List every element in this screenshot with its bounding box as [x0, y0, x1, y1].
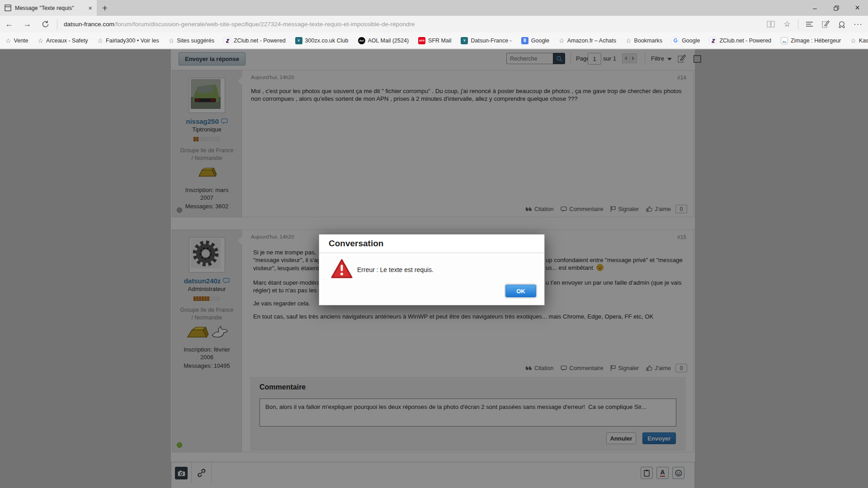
favorite-sites-suggeres[interactable]: ☆Sites suggérés — [169, 38, 214, 44]
favorite-label: Google — [531, 38, 549, 44]
window-close-button[interactable]: × — [847, 0, 868, 16]
favorites-bar: ☆Vente ☆Arceaux - Safety ☆Fairlady300 • … — [0, 33, 868, 49]
zimage-icon — [781, 37, 788, 44]
web-note-button[interactable] — [817, 18, 834, 31]
tab-bar: Message "Texte requis" × + – × — [0, 0, 868, 16]
tab-title: Message "Texte requis" — [15, 5, 85, 11]
star-icon: ☆ — [5, 38, 11, 44]
back-button[interactable]: ← — [0, 18, 18, 31]
favorite-vente[interactable]: ☆Vente — [5, 38, 28, 44]
favorite-arceaux[interactable]: ☆Arceaux - Safety — [38, 38, 88, 44]
reading-view-icon — [767, 21, 775, 28]
favorite-label: Kastanienhof - — [859, 38, 868, 44]
refresh-icon — [42, 20, 49, 28]
window-minimize-button[interactable]: – — [804, 0, 826, 16]
hub-icon — [806, 21, 813, 27]
star-icon: ☆ — [559, 38, 565, 44]
dialog-title: Conversation — [319, 235, 544, 253]
favorite-label: ZClub.net - Powered — [719, 38, 771, 44]
favorite-label: Datsun-France - — [471, 38, 511, 44]
favorite-datsun-france[interactable]: VDatsun-France - — [461, 37, 511, 44]
web-page-viewport: Envoyer la réponse Page sur 1 Filtre — [0, 49, 868, 488]
error-warning-icon — [331, 259, 353, 281]
window-restore-button[interactable] — [826, 0, 847, 16]
favorite-zclub-1[interactable]: ZZClub.net - Powered — [224, 37, 286, 44]
star-icon: ☆ — [169, 38, 175, 44]
favorite-label: SFR Mail — [428, 38, 451, 44]
favorite-star-button[interactable]: ☆ — [779, 18, 795, 31]
favorite-zclub-2[interactable]: ZZClub.net - Powered — [709, 37, 771, 44]
favorite-label: ZClub.net - Powered — [234, 38, 286, 44]
forward-button[interactable]: → — [18, 18, 36, 31]
conversation-dialog: Conversation Erreur : Le texte est requi… — [319, 234, 545, 305]
address-bar: ← → datsun-france.com/forum/forum/discus… — [0, 16, 868, 33]
google-icon: 8 — [521, 37, 528, 44]
browser-window: Message "Texte requis" × + – × ← → datsu… — [0, 0, 868, 488]
favorite-fairlady[interactable]: ☆Fairlady300 • Voir les — [98, 38, 159, 44]
favorite-zimage[interactable]: Zimage : Hébergeur — [781, 37, 841, 44]
star-icon: ☆ — [98, 38, 104, 44]
page-favicon-icon — [5, 5, 11, 11]
favorite-label: Bookmarks — [634, 38, 663, 44]
favorite-sfr-mail[interactable]: SFRSFR Mail — [418, 37, 451, 44]
share-button[interactable] — [834, 18, 850, 31]
web-note-icon — [822, 20, 830, 28]
new-tab-button[interactable]: + — [97, 0, 113, 16]
reading-view-button[interactable] — [763, 18, 779, 31]
browser-tab[interactable]: Message "Texte requis" × — [0, 0, 97, 16]
star-icon: ☆ — [626, 38, 632, 44]
favorite-google-g[interactable]: GGoogle — [672, 37, 700, 44]
ok-button[interactable]: OK — [505, 285, 536, 297]
zclub-icon: Z — [709, 37, 717, 44]
aol-icon: Aol — [358, 37, 365, 44]
favorite-label: Zimage : Hébergeur — [791, 38, 841, 44]
300zx-icon: V — [295, 37, 302, 44]
zclub-icon: Z — [224, 37, 231, 44]
refresh-button[interactable] — [36, 18, 54, 31]
star-icon: ☆ — [850, 38, 856, 44]
address-bar-actions: ☆ ··· — [763, 18, 866, 31]
favorite-kastanienhof[interactable]: ☆Kastanienhof - — [850, 38, 868, 44]
error-message: Erreur : Le texte est requis. — [357, 266, 434, 273]
star-icon: ☆ — [38, 38, 44, 44]
url-field[interactable]: datsun-france.com/forum/forum/discussion… — [64, 21, 763, 28]
favorite-amazon[interactable]: ☆Amazon.fr – Achats — [559, 38, 616, 44]
favorite-label: Arceaux - Safety — [46, 38, 88, 44]
datsun-france-icon: V — [461, 37, 468, 44]
favorite-google-8[interactable]: 8Google — [521, 37, 549, 44]
dialog-body: Erreur : Le texte est requis. OK — [319, 253, 544, 305]
favorite-aol-mail[interactable]: AolAOL Mail (2524) — [358, 37, 409, 44]
url-domain: datsun-france.com — [64, 21, 114, 28]
favorite-label: Fairlady300 • Voir les — [106, 38, 159, 44]
tab-close-icon[interactable]: × — [88, 5, 92, 11]
favorite-300zx[interactable]: V300zx.co.uk Club — [295, 37, 349, 44]
favorite-bookmarks[interactable]: ☆Bookmarks — [626, 38, 662, 44]
favorite-label: Google — [682, 38, 700, 44]
restore-icon — [834, 5, 839, 11]
favorite-label: AOL Mail (2524) — [368, 38, 409, 44]
more-actions-button[interactable]: ··· — [850, 18, 866, 31]
url-path: /forum/forum/discussion-generale/web-sit… — [114, 21, 415, 28]
favorite-label: 300zx.co.uk Club — [305, 38, 349, 44]
hub-button[interactable] — [801, 18, 817, 31]
window-controls: – × — [804, 0, 868, 16]
google-g-icon: G — [672, 37, 679, 44]
favorite-label: Vente — [14, 38, 28, 44]
favorite-label: Amazon.fr – Achats — [567, 38, 616, 44]
sfr-icon: SFR — [418, 37, 425, 44]
divider — [57, 19, 57, 29]
favorite-label: Sites suggérés — [177, 38, 214, 44]
divider — [798, 19, 798, 29]
share-icon — [838, 21, 846, 28]
